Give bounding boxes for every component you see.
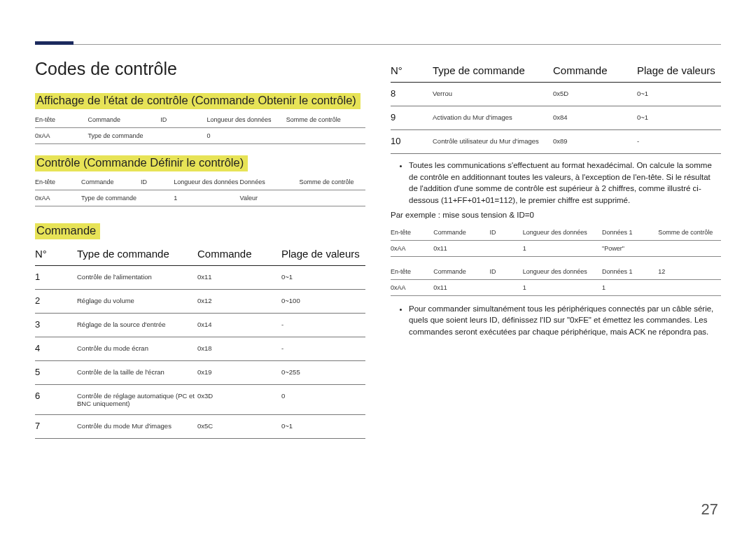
cell-range: 0 (281, 385, 365, 407)
example-table-1: En-tête Commande ID Longueur des données… (391, 225, 721, 257)
td: 0xAA (391, 279, 433, 295)
td: 0xAA (35, 128, 88, 144)
cell-range: - (637, 130, 721, 152)
command-row: 4 Contrôle du mode écran 0x18 - (35, 337, 365, 361)
th: Longueur des données (206, 112, 286, 128)
note-item: Pour commander simultanément tous les pé… (409, 303, 721, 338)
td: 0xAA (35, 190, 81, 206)
cell-cmd: 0x11 (197, 266, 281, 288)
command-row: 10 Contrôle utilisateur du Mur d'images … (391, 130, 721, 154)
cell-cmd: 0x12 (197, 290, 281, 311)
th: Commande (433, 225, 489, 241)
td: 0xAA (391, 240, 433, 256)
col-no: N° (391, 59, 433, 82)
note-list: Toutes les communications s'effectuent a… (391, 160, 721, 206)
table-set-control: En-tête Commande ID Longueur des données… (35, 174, 365, 206)
th: Commande (81, 174, 141, 190)
th: Commande (88, 112, 161, 128)
td: 1 (523, 240, 602, 256)
cell-no: 9 (391, 106, 433, 129)
cell-range: 0~255 (281, 361, 365, 383)
cell-type: Contrôle utilisateur du Mur d'images (433, 130, 553, 152)
th: Données 1 (602, 225, 658, 241)
col-no: N° (35, 242, 77, 265)
cell-range: 0~100 (281, 290, 365, 311)
right-column: N° Type de commande Commande Plage de va… (391, 59, 721, 439)
td: Type de commande (88, 128, 161, 144)
th: Longueur des données (523, 264, 602, 280)
td: 0x11 (433, 279, 489, 295)
commands-table-right: N° Type de commande Commande Plage de va… (391, 59, 721, 154)
section-heading-get: Affichage de l'état de contrôle (Command… (35, 93, 360, 109)
cell-type: Contrôle de réglage automatique (PC et B… (77, 385, 197, 414)
th: Commande (433, 264, 489, 280)
commands-header: N° Type de commande Commande Plage de va… (391, 59, 721, 83)
td (490, 279, 523, 295)
command-row: 9 Activation du Mur d'images 0x84 0~1 (391, 106, 721, 130)
td: 1 (523, 279, 602, 295)
cell-range: 0~1 (637, 83, 721, 104)
cell-type: Verrou (433, 83, 553, 104)
cell-no: 7 (35, 415, 77, 438)
cell-no: 4 (35, 337, 77, 360)
cell-no: 1 (35, 266, 77, 289)
th: ID (160, 112, 206, 128)
cell-cmd: 0x89 (553, 130, 637, 152)
note-item: Toutes les communications s'effectuent a… (409, 160, 721, 206)
cell-type: Contrôle de la taille de l'écran (77, 361, 197, 383)
cell-type: Contrôle du mode Mur d'images (77, 415, 197, 437)
section-heading-set: Contrôle (Commande Définir le contrôle) (35, 155, 248, 171)
cell-cmd: 0x18 (197, 337, 281, 359)
th: En-tête (391, 225, 433, 241)
th: ID (490, 225, 523, 241)
note-list-2: Pour commander simultanément tous les pé… (391, 303, 721, 338)
cell-range: - (281, 314, 365, 335)
commands-table-left: N° Type de commande Commande Plage de va… (35, 242, 365, 439)
cell-range: 0~1 (637, 106, 721, 128)
th: Longueur des données (174, 174, 239, 190)
cell-cmd: 0x14 (197, 314, 281, 335)
cell-type: Réglage du volume (77, 290, 197, 311)
cell-cmd: 0x84 (553, 106, 637, 128)
col-cmd: Commande (553, 59, 637, 82)
cell-cmd: 0x5C (197, 415, 281, 437)
td (286, 128, 365, 144)
th: En-tête (35, 112, 88, 128)
th: ID (141, 174, 174, 190)
cell-cmd: 0x19 (197, 361, 281, 383)
header-accent (35, 41, 74, 45)
cell-no: 10 (391, 130, 433, 153)
td: 0x11 (433, 240, 489, 256)
col-type: Type de commande (433, 59, 553, 82)
cell-no: 5 (35, 361, 77, 384)
command-row: 3 Réglage de la source d'entrée 0x14 - (35, 314, 365, 337)
command-row: 7 Contrôle du mode Mur d'images 0x5C 0~1 (35, 415, 365, 439)
cell-range: 0~1 (281, 266, 365, 288)
th: En-tête (35, 174, 81, 190)
td: Type de commande (81, 190, 141, 206)
page-title: Codes de contrôle (35, 59, 365, 79)
th: Somme de contrôle (300, 174, 365, 190)
cell-type: Réglage de la source d'entrée (77, 314, 197, 335)
cell-no: 6 (35, 385, 77, 408)
td (141, 190, 174, 206)
td (658, 279, 721, 295)
th: Données 1 (602, 264, 658, 280)
th: Longueur des données (523, 225, 602, 241)
td (300, 190, 365, 206)
td (160, 128, 206, 144)
th: Somme de contrôle (286, 112, 365, 128)
cell-cmd: 0x3D (197, 385, 281, 407)
th: ID (490, 264, 523, 280)
example-line: Par exemple : mise sous tension & ID=0 (391, 211, 721, 219)
table-get-control: En-tête Commande ID Longueur des données… (35, 112, 365, 144)
td: 0 (206, 128, 286, 144)
col-type: Type de commande (77, 242, 197, 265)
cell-type: Contrôle du mode écran (77, 337, 197, 359)
cell-type: Contrôle de l'alimentation (77, 266, 197, 288)
td: Valeur (240, 190, 300, 206)
cell-cmd: 0x5D (553, 83, 637, 104)
cell-range: 0~1 (281, 415, 365, 437)
command-row: 8 Verrou 0x5D 0~1 (391, 83, 721, 106)
command-row: 5 Contrôle de la taille de l'écran 0x19 … (35, 361, 365, 385)
